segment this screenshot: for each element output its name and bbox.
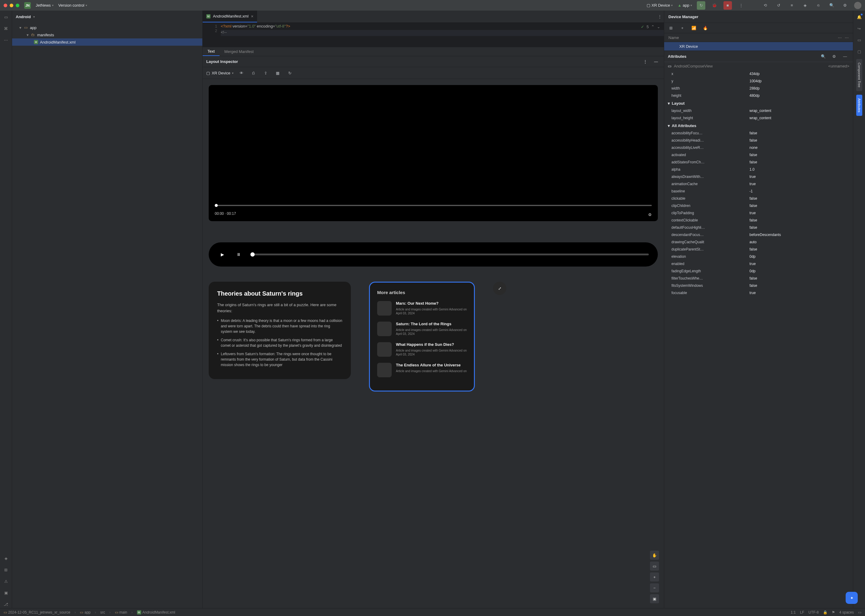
traffic-lights[interactable] [4,4,19,7]
indent-setting[interactable]: 4 spaces [839,610,854,614]
more-article-item[interactable]: The Endless Allure of the Universe Artic… [377,363,467,377]
breadcrumb-app[interactable]: ▭ app [80,610,90,614]
export-icon[interactable]: ⇪ [261,69,270,77]
pause-icon[interactable]: ⏸ [234,250,243,259]
inspector-options-icon[interactable]: ⋮ [641,58,649,66]
attributes-table[interactable]: x434dp y1004dp width288dp height480dp ▾L… [664,70,853,608]
cursor-position[interactable]: 1:1 [791,610,796,614]
device-manager-icon[interactable]: ▭ [855,36,863,44]
editor-tab-options[interactable]: ⋮ [655,13,664,21]
notifications-icon[interactable]: 🔔 [855,13,863,21]
overlay-icon[interactable]: ▦ [273,69,282,77]
firebase-icon[interactable]: 🔥 [701,24,710,32]
breadcrumb-src[interactable]: src [100,610,105,614]
chevron-up-icon[interactable]: ⌃ [651,25,655,29]
highlighting-icon[interactable]: ⚑ [832,610,835,614]
project-dropdown[interactable]: JetNews ▾ [36,3,53,8]
pan-icon[interactable]: ✋ [650,551,659,560]
tree-node-manifest-file[interactable]: M AndroidManifest.xml [12,38,203,46]
tree-node-app[interactable]: ▾ ▭ app [12,24,203,31]
git-tool-icon[interactable]: ⎇ [2,600,10,608]
minimize-icon[interactable]: — [841,52,849,61]
breadcrumb-file[interactable]: M AndroidManifest.xml [137,610,176,614]
vcs-dropdown[interactable]: Version control ▾ [58,3,87,8]
sync-gradle-icon[interactable]: ⟲ [761,1,769,10]
close-window-button[interactable] [4,4,7,7]
video-settings-icon[interactable]: ⚙ [648,212,652,217]
more-article-item[interactable]: Mars: Our Next Home? Article and images … [377,301,467,316]
memory-icon[interactable]: ▭ [858,610,861,614]
device-selector[interactable]: ▢ XR Device ▾ [647,3,673,8]
editor-inspection-widget[interactable]: ✓ 5 ⌃ ⌄ [641,25,660,29]
commit-icon[interactable]: ≡ [788,1,796,10]
expand-fab[interactable]: ⤢ [493,282,506,295]
readonly-icon[interactable]: 🔒 [823,610,827,614]
add-device-icon[interactable]: + [678,24,686,32]
wifi-pair-icon[interactable]: 📶 [689,24,698,32]
ai-assistant-fab[interactable]: ✦ [846,592,858,604]
run-config-selector[interactable]: ▲ app ▾ [678,3,692,8]
minimize-window-button[interactable] [10,4,13,7]
zoom-out-icon[interactable]: − [650,583,659,592]
profiler-icon[interactable]: ◈ [801,1,809,10]
snapshot-icon[interactable]: ⎙ [249,69,258,77]
gems-tool-icon[interactable]: ◈ [2,554,10,562]
code-content[interactable]: <?xml version="1.0" encoding="utf-8"?> <… [221,23,664,47]
more-articles-card[interactable]: More articles Mars: Our Next Home? Artic… [369,282,475,391]
close-tab-icon[interactable]: × [251,14,253,19]
settings-icon[interactable]: ⚙ [841,1,849,10]
play-icon[interactable]: ▶ [218,250,227,259]
assistant-icon[interactable]: ↪ [855,25,863,32]
file-encoding[interactable]: UTF-8 [808,610,819,614]
problems-tool-icon[interactable]: ⚠ [2,577,10,585]
attr-row: drawingCacheQualitauto [664,239,853,246]
project-panel-header[interactable]: Android ▾ [12,11,203,23]
zoom-fit-icon[interactable]: ▣ [650,594,659,603]
terminal-tool-icon[interactable]: ▣ [2,589,10,597]
attr-row: enabledtrue [664,260,853,267]
subtab-text[interactable]: Text [203,47,220,56]
more-article-item[interactable]: What Happens if the Sun Dies? Article an… [377,342,467,357]
video-timeline[interactable] [215,205,652,206]
eye-icon[interactable]: 👁 [237,69,246,77]
structure-tool-icon[interactable]: ⌘ [2,25,10,32]
device-row[interactable]: XR Device [664,42,853,50]
tab-component-tree[interactable]: Component Tree [856,59,862,91]
zoom-in-icon[interactable]: + [650,572,659,581]
attr-section-layout[interactable]: ▾Layout [664,99,853,107]
subtab-merged-manifest[interactable]: Merged Manifest [220,47,259,56]
inspector-canvas[interactable]: 00:00 · 00:17 ⚙ ▶ ⏸ Theories about Satur… [203,79,664,608]
attr-section-all[interactable]: ▾All Attributes [664,122,853,129]
layers-icon[interactable]: ▭ [650,561,659,570]
article-thumb [377,363,392,377]
audio-slider[interactable] [250,253,649,255]
running-devices-icon[interactable]: ▢ [855,47,863,55]
run-button[interactable]: ↻ [697,1,705,10]
code-editor[interactable]: 1 2 <?xml version="1.0" encoding="utf-8"… [203,23,664,47]
line-ending[interactable]: LF [800,610,804,614]
more-tools-icon[interactable]: ⋯ [2,36,10,44]
code-update-icon[interactable]: ↺ [774,1,783,10]
search-icon[interactable]: 🔍 [819,52,827,61]
project-tool-icon[interactable]: ▭ [2,13,10,21]
refresh-icon[interactable]: ↻ [286,69,294,77]
app-inspection-icon[interactable]: ⎋ [814,1,823,10]
build-variants-icon[interactable]: ⊞ [2,566,10,574]
maximize-window-button[interactable] [16,4,19,7]
avatar[interactable] [854,2,861,9]
inspector-device-dropdown[interactable]: ▢ XR Device ▾ [206,71,234,75]
debug-button[interactable]: 🐞 [710,1,719,10]
breadcrumb-main[interactable]: ▭ main [115,610,127,614]
stop-button[interactable]: ■ [724,1,732,10]
chevron-down-icon[interactable]: ⌄ [657,25,660,29]
editor-tab-manifest[interactable]: M AndroidManifest.xml × [203,11,257,22]
search-icon[interactable]: 🔍 [827,1,836,10]
tab-attributes[interactable]: Attributes [856,95,862,116]
more-actions-button[interactable]: ⋮ [737,1,745,10]
settings-icon[interactable]: ⚙ [830,52,838,61]
tree-node-manifests[interactable]: ▾ 🗀 manifests [12,31,203,38]
grid-icon[interactable]: ⊞ [667,24,675,32]
minimize-inspector-icon[interactable]: — [652,58,660,66]
more-article-item[interactable]: Saturn: The Lord of the Rings Article an… [377,322,467,336]
breadcrumb-root[interactable]: ▭ 2024-12-05_RC11_jetnews_xr_source [4,610,70,614]
